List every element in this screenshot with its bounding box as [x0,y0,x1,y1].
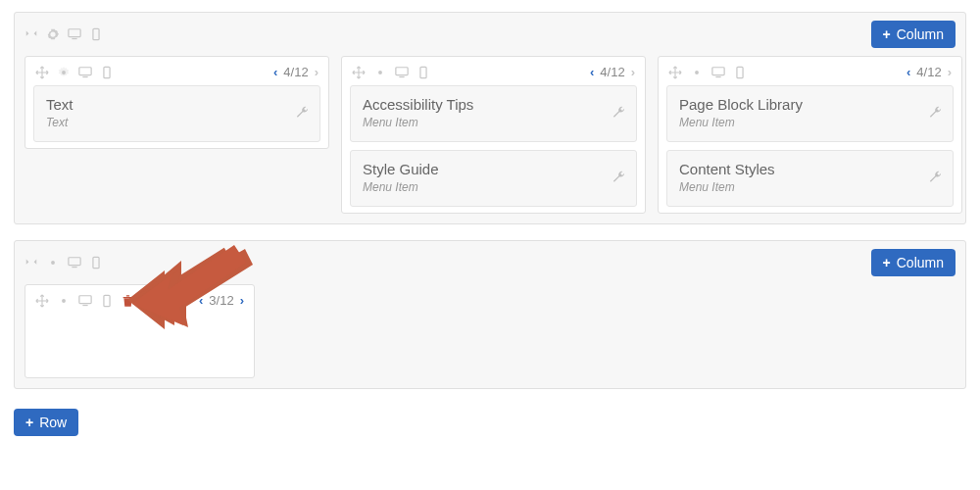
gear-icon[interactable] [57,66,71,79]
block-page-block-library[interactable]: Page Block Library Menu Item [666,85,954,142]
mobile-icon[interactable] [100,294,114,308]
width-control: ‹ 3/12 › [199,293,244,308]
svg-rect-5 [82,75,87,76]
col-icons [35,66,114,79]
width-control: ‹ 4/12 › [590,65,635,79]
row-2-toolbar: + Column [24,249,956,276]
col-header: ‹ 3/12 › [33,291,246,314]
add-column-label: Column [897,26,944,42]
block-title: Style Guide [363,161,624,177]
mobile-icon[interactable] [89,27,103,41]
width-decrease[interactable]: ‹ [906,65,910,79]
row-2-columns: ‹ 3/12 › [24,284,956,378]
col-header: ‹ 4/12 › [666,63,954,85]
wrench-icon[interactable] [928,105,943,122]
desktop-icon[interactable] [68,256,81,270]
plus-icon: + [883,27,891,41]
wrench-icon[interactable] [928,170,943,187]
svg-rect-20 [79,295,91,303]
row-1-columns: ‹ 4/12 › Text Text ‹ [24,56,956,214]
width-increase[interactable]: › [315,65,318,79]
wrench-icon[interactable] [295,105,310,122]
svg-rect-14 [737,67,743,77]
svg-rect-2 [93,28,99,39]
col-icons [668,66,747,79]
block-subtitle: Menu Item [679,116,941,129]
collapse-icon[interactable] [24,256,38,270]
svg-rect-13 [715,75,720,76]
width-increase[interactable]: › [631,65,635,79]
block-title: Accessibility Tips [363,96,624,113]
block-subtitle: Menu Item [679,180,941,194]
block-text[interactable]: Text Text [33,85,320,142]
svg-point-19 [62,299,66,303]
add-row-button[interactable]: + Row [14,409,78,436]
svg-rect-17 [72,267,76,268]
col-icons [352,66,430,79]
width-label: 4/12 [916,65,941,79]
block-subtitle: Menu Item [363,116,624,129]
block-subtitle: Text [46,116,308,129]
move-icon[interactable] [35,294,49,308]
mobile-icon[interactable] [89,256,103,270]
mobile-icon[interactable] [100,66,114,79]
gear-icon[interactable] [373,66,387,79]
width-increase[interactable]: › [948,65,952,79]
wrench-icon[interactable] [612,105,626,122]
desktop-icon[interactable] [711,66,725,79]
block-title: Text [46,96,308,113]
mobile-icon[interactable] [733,66,747,79]
block-title: Content Styles [679,161,941,177]
svg-rect-1 [72,38,76,39]
collapse-icon[interactable] [24,27,38,41]
move-icon[interactable] [668,66,682,79]
wrench-icon[interactable] [612,170,626,187]
gear-icon[interactable] [46,256,60,270]
row-1-icons [24,27,103,41]
gear-icon[interactable] [46,27,60,41]
svg-rect-18 [93,257,99,268]
row-2-icons [24,256,103,270]
desktop-icon[interactable] [68,27,81,41]
width-decrease[interactable]: ‹ [590,65,594,79]
add-column-button[interactable]: + Column [871,21,956,48]
add-column-button[interactable]: + Column [871,249,956,276]
width-decrease[interactable]: ‹ [199,293,203,308]
width-label: 3/12 [209,293,233,308]
block-subtitle: Menu Item [363,180,624,194]
svg-point-7 [378,71,382,74]
width-decrease[interactable]: ‹ [273,65,277,79]
desktop-icon[interactable] [78,294,92,308]
block-content-styles[interactable]: Content Styles Menu Item [666,150,954,207]
desktop-icon[interactable] [78,66,92,79]
gear-icon[interactable] [57,294,71,308]
gear-icon[interactable] [690,66,704,79]
plus-icon: + [883,256,891,270]
svg-rect-6 [104,67,110,77]
col-header: ‹ 4/12 › [33,63,320,85]
block-style-guide[interactable]: Style Guide Menu Item [350,150,637,207]
width-control: ‹ 4/12 › [906,65,952,79]
col-header: ‹ 4/12 › [350,63,637,85]
width-increase[interactable]: › [240,293,244,308]
width-control: ‹ 4/12 › [273,65,318,79]
row-1-col-1: ‹ 4/12 › Text Text [24,56,329,149]
mobile-icon[interactable] [416,66,430,79]
move-icon[interactable] [352,66,366,79]
row-2: + Column ‹ 3/12 › [14,240,966,389]
svg-rect-9 [399,75,404,76]
width-label: 4/12 [600,65,624,79]
desktop-icon[interactable] [395,66,409,79]
svg-rect-4 [79,67,91,74]
trash-icon[interactable] [122,294,134,308]
move-icon[interactable] [35,66,49,79]
svg-rect-16 [69,258,80,266]
svg-point-11 [695,71,699,74]
row-2-col-1: ‹ 3/12 › [24,284,255,378]
svg-rect-8 [396,67,408,74]
plus-icon: + [25,416,33,429]
row-1-toolbar: + Column [24,21,956,48]
row-1-col-2: ‹ 4/12 › Accessibility Tips Menu Item St… [341,56,646,214]
svg-rect-22 [104,295,110,306]
block-accessibility-tips[interactable]: Accessibility Tips Menu Item [350,85,637,142]
